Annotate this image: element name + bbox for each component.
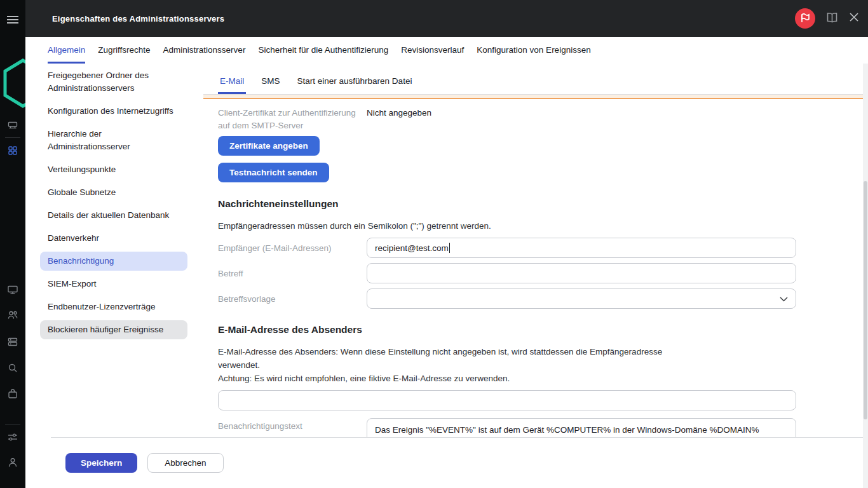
- dialog-title: Eigenschaften des Administrationsservers: [52, 14, 224, 24]
- nav-item-freigegebener-ordner[interactable]: Freigegebener Ordner des Administrations…: [40, 66, 187, 98]
- subtab-sms[interactable]: SMS: [259, 76, 281, 94]
- specify-certificates-button[interactable]: Zertifikate angeben: [218, 136, 320, 156]
- sender-description-line3: Achtung: Es wird nicht empfohlen, eine f…: [218, 372, 849, 385]
- save-button[interactable]: Speichern: [65, 453, 137, 473]
- email-settings-pane: Client-Zertifikat zur Authentifizierung …: [218, 100, 849, 437]
- sender-field-row: [218, 390, 796, 410]
- nav-item-lizenzvertraege[interactable]: Endbenutzer-Lizenzverträge: [40, 297, 187, 316]
- client-certificate-value: Nicht angegeben: [367, 107, 849, 132]
- nav-item-verteilungspunkte[interactable]: Verteilungspunkte: [40, 160, 187, 179]
- recipients-hint: Empfängeradressen müssen durch ein Semik…: [218, 221, 849, 231]
- recipients-value: recipient@test.com: [375, 243, 449, 253]
- sender-description-line1: E-Mail-Adresse des Absenders: Wenn diese…: [218, 345, 849, 358]
- monitor-icon[interactable]: [7, 284, 18, 298]
- user-account-icon[interactable]: [7, 457, 18, 471]
- recipients-label: Empfänger (E-Mail-Adressen): [218, 243, 367, 253]
- kaspersky-logo-icon: [3, 58, 25, 111]
- client-certificate-row: Client-Zertifikat zur Authentifizierung …: [218, 100, 849, 132]
- cancel-button[interactable]: Abbrechen: [147, 453, 223, 473]
- close-icon[interactable]: [849, 12, 859, 25]
- sender-description-line2: verwendet.: [218, 358, 849, 372]
- nav-item-globale-subnetze[interactable]: Globale Subnetze: [40, 183, 187, 202]
- sliders-icon[interactable]: [7, 431, 18, 445]
- subtab-executable[interactable]: Start einer ausführbaren Datei: [295, 76, 414, 94]
- tab-zugriffsrechte[interactable]: Zugriffsrechte: [98, 37, 150, 64]
- client-certificate-label: Client-Zertifikat zur Authentifizierung …: [218, 107, 358, 132]
- tab-konfiguration-ereignisse[interactable]: Konfiguration von Ereignissen: [477, 37, 590, 64]
- nav-item-blockieren-ereignisse[interactable]: Blockieren häufiger Ereignisse: [40, 320, 187, 339]
- notification-text-row: Benachrichtigungstext Das Ereignis "%EVE…: [218, 418, 849, 437]
- notification-text-area[interactable]: Das Ereignis "%EVENT%" ist auf dem Gerät…: [367, 418, 796, 437]
- hamburger-menu-icon[interactable]: [7, 15, 18, 27]
- dialog-tabbar: Allgemein Zugriffsrechte Administrations…: [25, 37, 868, 64]
- subject-template-select[interactable]: [367, 288, 796, 309]
- notifications-flag-badge[interactable]: [795, 8, 815, 29]
- nav-item-datenverkehr[interactable]: Datenverkehr: [40, 229, 187, 248]
- server-stack-icon[interactable]: [7, 336, 18, 350]
- nav-item-internetzugriff[interactable]: Konfiguration des Internetzugriffs: [40, 102, 187, 121]
- sender-heading: E-Mail-Adresse des Absenders: [218, 324, 849, 336]
- nav-item-datenbank-details[interactable]: Details der aktuellen Datenbank: [40, 206, 187, 225]
- sender-input[interactable]: [218, 390, 796, 410]
- notification-subtabs: E-Mail SMS Start einer ausführbaren Date…: [203, 64, 868, 95]
- subject-field-row: Betreff: [218, 263, 849, 283]
- subject-input[interactable]: [367, 263, 796, 283]
- dialog-titlebar: Eigenschaften des Administrationsservers: [25, 0, 868, 37]
- properties-dialog: Eigenschaften des Administrationsservers…: [25, 0, 868, 488]
- nav-item-benachrichtigung[interactable]: Benachrichtigung: [40, 252, 187, 271]
- subtab-email[interactable]: E-Mail: [218, 76, 246, 94]
- tab-revisionsverlauf[interactable]: Revisionsverlauf: [401, 37, 464, 64]
- recipients-field-row: Empfänger (E-Mail-Adressen) recipient@te…: [218, 238, 849, 258]
- rail-divider: [5, 424, 20, 425]
- section-nav: Freigegebener Ordner des Administrations…: [40, 66, 187, 343]
- nav-item-hierarchie[interactable]: Hierarchie der Administrationsserver: [40, 125, 187, 156]
- scrollbar-thumb[interactable]: [864, 181, 867, 419]
- notification-content: E-Mail SMS Start einer ausführbaren Date…: [203, 64, 868, 437]
- bag-icon[interactable]: [7, 388, 18, 402]
- message-settings-heading: Nachrichteneinstellungen: [218, 198, 849, 210]
- search-icon[interactable]: [7, 362, 18, 376]
- tab-allgemein[interactable]: Allgemein: [48, 37, 85, 64]
- subject-template-field-row: Betreffsvorlage: [218, 288, 849, 309]
- send-test-message-button[interactable]: Testnachricht senden: [218, 163, 329, 182]
- subject-template-label: Betreffsvorlage: [218, 294, 367, 304]
- rail-divider: [5, 137, 20, 138]
- subject-label: Betreff: [218, 269, 367, 278]
- users-icon[interactable]: [7, 309, 18, 323]
- sender-description: E-Mail-Adresse des Absenders: Wenn diese…: [218, 345, 849, 385]
- tab-sicherheit-authentifizierung[interactable]: Sicherheit für die Authentifizierung: [258, 37, 388, 64]
- server-icon[interactable]: [7, 119, 18, 133]
- warning-banner-edge: [203, 95, 863, 99]
- nav-item-siem-export[interactable]: SIEM-Export: [40, 274, 187, 294]
- help-book-icon[interactable]: [825, 11, 839, 26]
- chevron-down-icon: [780, 294, 788, 304]
- notification-text-value: Das Ereignis "%EVENT%" ist auf dem Gerät…: [375, 425, 759, 435]
- dialog-body: Freigegebener Ordner des Administrations…: [25, 64, 868, 437]
- app-rail: [0, 0, 25, 488]
- tab-administrationsserver[interactable]: Administrationsserver: [163, 37, 246, 64]
- grid-icon[interactable]: [7, 145, 18, 159]
- vertical-scrollbar[interactable]: [863, 64, 868, 488]
- notification-text-label: Benachrichtigungstext: [218, 418, 367, 431]
- dialog-footer: Speichern Abbrechen: [51, 437, 868, 488]
- text-caret: [449, 243, 450, 253]
- recipients-input[interactable]: recipient@test.com: [367, 238, 796, 258]
